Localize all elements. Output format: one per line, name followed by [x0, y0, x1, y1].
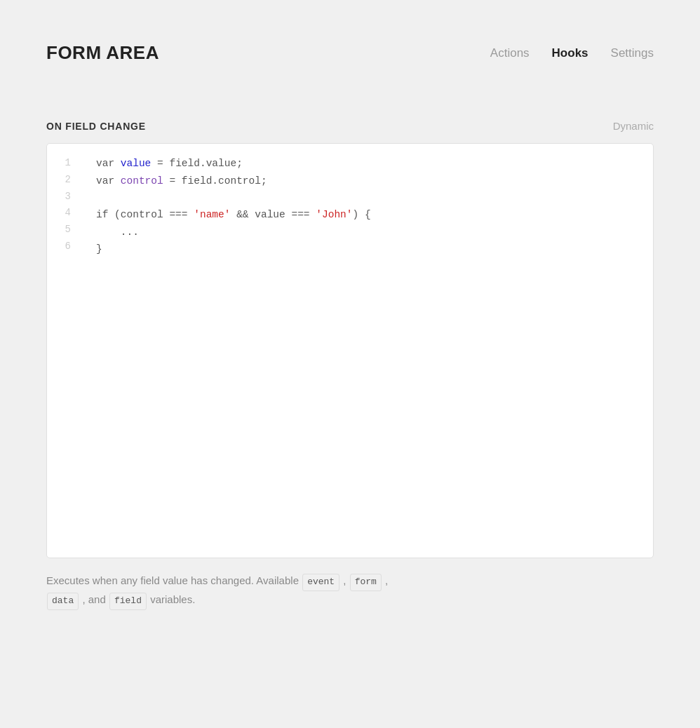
- tab-settings[interactable]: Settings: [611, 46, 654, 60]
- section-title: ON FIELD CHANGE: [46, 121, 146, 132]
- code-content: 1 2 3 4 5 6 var value = field.value; var…: [47, 144, 653, 558]
- description-suffix: variables.: [150, 593, 195, 605]
- description-comma-2: ,: [385, 574, 388, 586]
- code-line-5: ...: [96, 224, 639, 241]
- variable-event: event: [302, 574, 339, 591]
- code-editor[interactable]: 1 2 3 4 5 6 var value = field.value; var…: [46, 143, 654, 558]
- description: Executes when any field value has change…: [46, 572, 654, 610]
- section-header: ON FIELD CHANGE Dynamic: [46, 120, 654, 143]
- header: FORM AREA Actions Hooks Settings: [46, 42, 654, 64]
- line-numbers: 1 2 3 4 5 6: [47, 155, 82, 546]
- code-lines: var value = field.value; var control = f…: [82, 155, 653, 546]
- line-number-1: 1: [61, 155, 71, 172]
- line-number-6: 6: [61, 238, 71, 255]
- section-badge: Dynamic: [613, 120, 654, 132]
- nav-tabs: Actions Hooks Settings: [490, 46, 654, 60]
- line-number-4: 4: [61, 205, 71, 222]
- line-number-5: 5: [61, 222, 71, 238]
- description-comma-1: ,: [343, 574, 346, 586]
- page-title: FORM AREA: [46, 42, 159, 64]
- code-line-4: if (control === 'name' && value === 'Joh…: [96, 206, 639, 224]
- description-prefix: Executes when any field value has change…: [46, 574, 299, 586]
- page-container: FORM AREA Actions Hooks Settings ON FIEL…: [0, 0, 700, 728]
- variable-data: data: [47, 593, 79, 610]
- variable-field: field: [109, 593, 147, 610]
- line-number-3: 3: [61, 189, 71, 205]
- line-number-2: 2: [61, 172, 71, 189]
- tab-hooks[interactable]: Hooks: [552, 46, 588, 60]
- code-line-6: }: [96, 241, 639, 258]
- variable-form: form: [350, 574, 382, 591]
- tab-actions[interactable]: Actions: [490, 46, 530, 60]
- code-line-2: var control = field.control;: [96, 173, 639, 190]
- description-and: , and: [82, 593, 105, 605]
- code-line-1: var value = field.value;: [96, 155, 639, 173]
- code-line-3: [96, 189, 639, 206]
